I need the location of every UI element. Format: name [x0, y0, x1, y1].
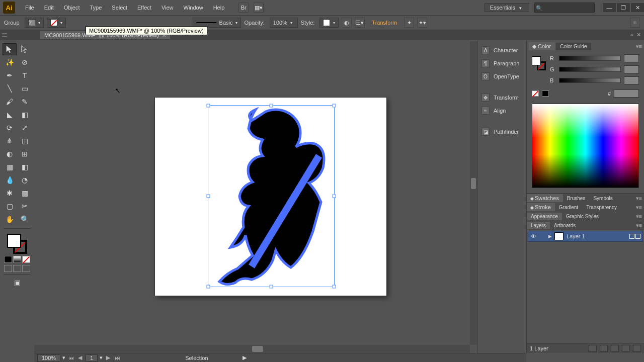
- first-artboard-icon[interactable]: ⏮: [67, 355, 74, 361]
- tab-gradient[interactable]: Gradient: [555, 204, 582, 211]
- next-artboard-icon[interactable]: ▶: [105, 354, 112, 361]
- arrange-docs-icon[interactable]: ▦▾: [254, 3, 264, 13]
- hand-tool[interactable]: ✋: [3, 213, 17, 225]
- line-tool[interactable]: ╲: [3, 82, 17, 95]
- tab-color-guide[interactable]: Color Guide: [556, 43, 591, 50]
- fill-stroke-mini[interactable]: [532, 56, 546, 70]
- artboard-number-input[interactable]: 1: [86, 354, 98, 361]
- black-swatch-icon[interactable]: [542, 90, 549, 97]
- panel-paragraph[interactable]: ¶Paragraph: [477, 57, 526, 69]
- canvas-area[interactable]: ↖: [34, 41, 477, 353]
- controlbar-menu-icon[interactable]: ≡: [630, 18, 640, 28]
- g-slider[interactable]: [559, 67, 621, 72]
- layer-twirl-icon[interactable]: ▶: [548, 234, 554, 239]
- menu-effect[interactable]: Effect: [132, 0, 156, 15]
- free-transform-tool[interactable]: ◫: [18, 135, 32, 147]
- window-maximize-icon[interactable]: ❐: [617, 3, 630, 12]
- artboard-tool[interactable]: ▢: [3, 200, 17, 212]
- menu-edit[interactable]: Edit: [39, 0, 59, 15]
- tabstrip-collapse-icon[interactable]: «: [630, 32, 633, 38]
- isolate-icon[interactable]: ✦: [404, 18, 414, 28]
- appearance-menu-icon[interactable]: ▾≡: [636, 213, 642, 220]
- eyedropper-tool[interactable]: 💧: [3, 174, 17, 186]
- handle-n[interactable]: [270, 104, 273, 108]
- gradient-mode-icon[interactable]: [13, 256, 21, 263]
- tabstrip-close-icon[interactable]: ✕: [636, 32, 641, 38]
- paintbrush-tool[interactable]: 🖌: [3, 96, 17, 108]
- column-graph-tool[interactable]: ▥: [18, 187, 32, 199]
- none-mode-icon[interactable]: [22, 256, 30, 263]
- menu-help[interactable]: Help: [208, 0, 230, 15]
- zoom-tool[interactable]: 🔍: [18, 213, 32, 225]
- layer-name[interactable]: Layer 1: [567, 233, 585, 239]
- color-mode-icon[interactable]: [4, 256, 12, 263]
- blend-tool[interactable]: ◔: [18, 174, 32, 186]
- visibility-toggle-icon[interactable]: 👁: [528, 233, 538, 239]
- b-slider[interactable]: [559, 78, 621, 83]
- handle-nw[interactable]: [207, 104, 210, 108]
- panel-transform[interactable]: ✥Transform: [477, 92, 526, 104]
- hex-input[interactable]: [614, 89, 639, 98]
- tab-swatches[interactable]: Swatches: [527, 194, 563, 202]
- help-search-input[interactable]: [534, 3, 595, 13]
- none-swatch-icon[interactable]: [532, 90, 539, 97]
- symbol-sprayer-tool[interactable]: ✱: [3, 187, 17, 199]
- color-panel-menu-icon[interactable]: ▾≡: [636, 43, 642, 50]
- tab-graphic-styles[interactable]: Graphic Styles: [562, 213, 603, 220]
- panel-opentype[interactable]: OOpenType: [477, 70, 526, 82]
- layer-target-icon[interactable]: [629, 234, 634, 239]
- magic-wand-tool[interactable]: ✨: [3, 56, 17, 68]
- r-slider[interactable]: [559, 56, 621, 61]
- stroke-color-control[interactable]: ▾: [47, 18, 66, 28]
- layers-menu-icon[interactable]: ▾≡: [636, 222, 642, 229]
- rotate-tool[interactable]: ⟳: [3, 122, 17, 134]
- tab-layers[interactable]: Layers: [527, 222, 550, 229]
- color-spectrum[interactable]: [532, 104, 639, 188]
- menu-select[interactable]: Select: [107, 0, 132, 15]
- last-artboard-icon[interactable]: ⏭: [114, 355, 121, 361]
- recolor-artwork-icon[interactable]: ◐: [342, 18, 352, 28]
- prev-artboard-icon[interactable]: ◀: [76, 354, 84, 361]
- selection-bounding-box[interactable]: [208, 105, 335, 287]
- tab-color[interactable]: Color: [529, 42, 555, 50]
- graphic-style-control[interactable]: ▾: [319, 18, 339, 28]
- tab-symbols[interactable]: Symbols: [589, 195, 616, 202]
- locate-object-icon[interactable]: [589, 345, 597, 352]
- transform-link[interactable]: Transform: [368, 20, 401, 26]
- swatches-menu-icon[interactable]: ▾≡: [636, 195, 642, 202]
- handle-s[interactable]: [270, 285, 273, 289]
- make-clipping-mask-icon[interactable]: [600, 345, 608, 352]
- handle-sonw[interactable]: [207, 285, 210, 289]
- draw-normal-icon[interactable]: [4, 265, 12, 272]
- vertical-scrollbar[interactable]: [470, 41, 477, 345]
- handle-se[interactable]: [333, 285, 336, 289]
- menu-object[interactable]: Object: [59, 0, 85, 15]
- select-similar-icon[interactable]: ✦▾: [417, 18, 427, 28]
- tab-transparency[interactable]: Transparency: [582, 204, 621, 211]
- direct-selection-tool[interactable]: [18, 43, 32, 55]
- menu-file[interactable]: File: [20, 0, 39, 15]
- panel-align[interactable]: ≡Align: [477, 105, 526, 117]
- draw-behind-icon[interactable]: [13, 265, 21, 272]
- tab-stroke[interactable]: Stroke: [527, 203, 555, 211]
- workspace-switcher[interactable]: Essentials: [485, 3, 529, 12]
- menu-view[interactable]: View: [156, 0, 179, 15]
- horizontal-scrollbar[interactable]: [34, 345, 470, 353]
- screen-mode-icon[interactable]: ▣: [10, 277, 24, 289]
- slice-tool[interactable]: ✂: [18, 200, 32, 212]
- blob-brush-tool[interactable]: ◣: [3, 109, 17, 121]
- window-minimize-icon[interactable]: —: [603, 3, 616, 12]
- handle-ne[interactable]: [333, 104, 336, 108]
- zoom-level-input[interactable]: 100%: [37, 354, 60, 361]
- type-tool[interactable]: T: [18, 69, 32, 81]
- pencil-tool[interactable]: ✎: [18, 96, 32, 108]
- width-tool[interactable]: ⋔: [3, 135, 17, 147]
- selection-tool[interactable]: [3, 43, 17, 55]
- panel-character[interactable]: ACharacter: [477, 44, 526, 56]
- pen-tool[interactable]: ✒: [3, 69, 17, 81]
- rectangle-tool[interactable]: ▭: [18, 82, 32, 95]
- fill-stroke-control[interactable]: [7, 234, 27, 254]
- mesh-tool[interactable]: ▦: [3, 161, 17, 173]
- stroke-menu-icon[interactable]: ▾≡: [636, 204, 642, 211]
- r-value-input[interactable]: [624, 54, 639, 62]
